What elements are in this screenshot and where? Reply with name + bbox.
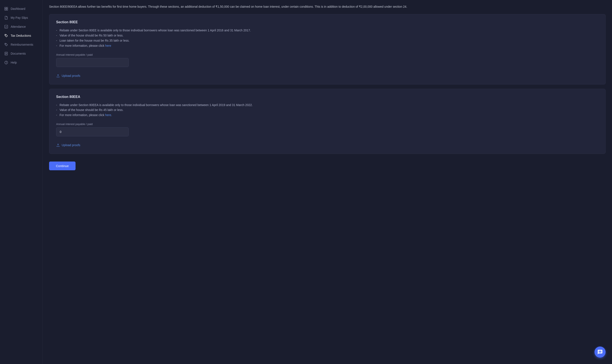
sidebar-label-attendance: Attendance — [11, 25, 26, 28]
sidebar-item-help[interactable]: Help — [0, 58, 42, 67]
upload-icon-80ee — [56, 74, 60, 78]
svg-rect-1 — [6, 7, 8, 9]
upload-proofs-button-80ee[interactable]: Upload proofs — [56, 74, 80, 78]
reimbursements-icon — [4, 43, 8, 47]
bullet-80eea-2: Value of the house should be Rs 45 lakh … — [56, 107, 599, 113]
svg-point-5 — [5, 35, 6, 35]
sidebar-item-attendance[interactable]: Attendance — [0, 22, 42, 31]
section-80eea-bullets: Rebate under Section 80EEA is available … — [56, 103, 599, 118]
upload-proofs-button-80eea[interactable]: Upload proofs — [56, 143, 80, 147]
sidebar: Dashboard My Pay Slips Attendance Tax De… — [0, 0, 43, 364]
file-icon — [4, 16, 8, 20]
section-80eea-title: Section 80EEA — [56, 95, 599, 99]
section-80ee-title: Section 80EE — [56, 20, 599, 24]
svg-point-6 — [5, 44, 6, 44]
sidebar-label-dashboard: Dashboard — [11, 7, 26, 11]
tag-icon — [4, 34, 8, 38]
svg-rect-0 — [5, 7, 6, 9]
sidebar-item-payslips[interactable]: My Pay Slips — [0, 13, 42, 22]
bullet-80ee-1: Rebate under Section 80EE is available o… — [56, 28, 599, 33]
upload-proofs-label-80ee: Upload proofs — [62, 74, 80, 78]
bullet-80ee-2: Value of the house should be Rs 50 lakh … — [56, 33, 599, 38]
sidebar-label-help: Help — [11, 61, 17, 64]
bullet-80eea-1: Rebate under Section 80EEA is available … — [56, 103, 599, 108]
sidebar-label-tax-deductions: Tax Deductions — [11, 34, 31, 37]
upload-proofs-label-80eea: Upload proofs — [62, 143, 80, 147]
bullet-80ee-4: For more information, please click here — [56, 43, 599, 48]
chat-fab-button[interactable] — [595, 347, 606, 358]
svg-rect-4 — [5, 25, 8, 28]
main-content: Section 80EE/80EEA allows further tax be… — [43, 0, 612, 364]
chat-icon — [597, 349, 603, 355]
annual-interest-input-80ee[interactable] — [56, 58, 129, 67]
section-80ee-card: Section 80EE Rebate under Section 80EE i… — [49, 14, 606, 84]
sidebar-label-payslips: My Pay Slips — [11, 16, 28, 19]
svg-rect-2 — [5, 9, 6, 10]
check-square-icon — [4, 25, 8, 29]
section-80eea-card: Section 80EEA Rebate under Section 80EEA… — [49, 89, 606, 154]
intro-text: Section 80EE/80EEA allows further tax be… — [49, 0, 606, 14]
section-80ee-bullets: Rebate under Section 80EE is available o… — [56, 28, 599, 48]
grid-icon — [4, 7, 8, 11]
here-link-80ee[interactable]: here — [105, 44, 111, 47]
here-link-80eea[interactable]: here — [105, 113, 111, 117]
sidebar-item-documents[interactable]: Documents — [0, 49, 42, 58]
sidebar-label-documents: Documents — [11, 52, 26, 55]
annual-interest-input-80eea[interactable] — [56, 127, 129, 136]
bullet-80eea-3: For more information, please click here. — [56, 113, 599, 118]
sidebar-item-reimbursements[interactable]: Reimbursements — [0, 40, 42, 49]
field-label-80ee: Annual interest payable / paid — [56, 53, 599, 56]
question-icon — [4, 61, 8, 65]
field-label-80eea: Annual interest payable / paid — [56, 122, 599, 126]
bullet-80ee-3: Loan taken for the house must be Rs 35 l… — [56, 38, 599, 43]
svg-rect-3 — [6, 9, 8, 10]
continue-button[interactable]: Continue — [49, 161, 76, 170]
document-icon — [4, 52, 8, 55]
svg-point-12 — [6, 63, 6, 64]
upload-icon-80eea — [56, 143, 60, 147]
sidebar-item-dashboard[interactable]: Dashboard — [0, 4, 42, 13]
sidebar-label-reimbursements: Reimbursements — [11, 43, 33, 46]
sidebar-item-tax-deductions[interactable]: Tax Deductions — [0, 31, 42, 40]
